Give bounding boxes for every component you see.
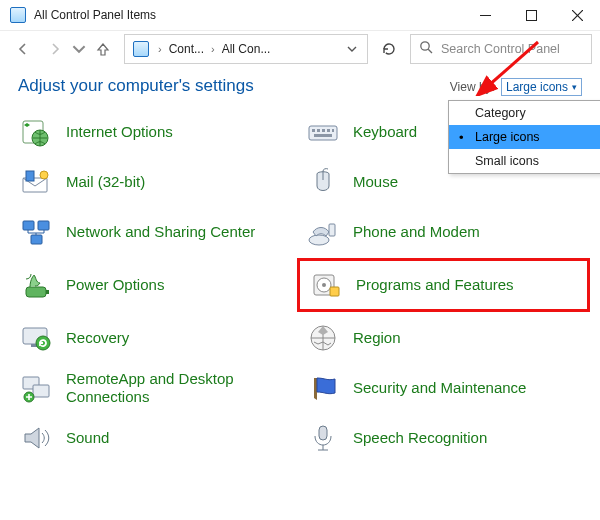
svg-rect-20	[23, 221, 34, 230]
title-bar: All Control Panel Items	[0, 0, 600, 30]
item-label: Security and Maintenance	[353, 379, 526, 397]
phone-modem-icon	[305, 214, 341, 250]
recent-locations-button[interactable]	[72, 35, 86, 63]
internet-options-icon	[18, 114, 54, 150]
svg-rect-24	[329, 224, 335, 236]
cpl-remoteapp[interactable]: RemoteApp and Desktop Connections	[18, 370, 295, 406]
page-title: Adjust your computer's settings	[18, 76, 254, 96]
svg-rect-15	[314, 134, 332, 137]
cpl-internet-options[interactable]: Internet Options	[18, 114, 295, 150]
search-placeholder: Search Control Panel	[441, 42, 560, 56]
svg-point-29	[322, 283, 326, 287]
item-label: Programs and Features	[356, 276, 514, 294]
svg-rect-26	[46, 290, 49, 294]
window-title: All Control Panel Items	[34, 8, 462, 22]
programs-features-icon	[308, 267, 344, 303]
item-label: Internet Options	[66, 123, 173, 141]
recovery-icon	[18, 320, 54, 356]
network-sharing-icon	[18, 214, 54, 250]
item-label: Phone and Modem	[353, 223, 480, 241]
item-label: Mail (32-bit)	[66, 173, 145, 191]
chevron-down-icon: ▾	[572, 82, 577, 92]
cpl-network-sharing[interactable]: Network and Sharing Center	[18, 214, 295, 250]
view-by-selector[interactable]: Large icons ▾	[501, 78, 582, 96]
svg-rect-10	[312, 129, 315, 132]
svg-point-4	[421, 42, 429, 50]
view-by-label: View by:	[450, 80, 495, 94]
dropdown-option-small-icons[interactable]: Small icons	[449, 149, 600, 173]
dropdown-option-category[interactable]: Category	[449, 101, 600, 125]
minimize-button[interactable]	[462, 0, 508, 30]
view-by-control: View by: Large icons ▾	[450, 78, 582, 96]
power-options-icon	[18, 267, 54, 303]
address-bar[interactable]: › Cont... › All Con...	[124, 34, 368, 64]
svg-point-18	[40, 171, 48, 179]
svg-line-5	[428, 49, 432, 53]
cpl-region[interactable]: Region	[305, 320, 582, 356]
item-label: Mouse	[353, 173, 398, 191]
remoteapp-icon	[18, 370, 54, 406]
svg-rect-22	[31, 235, 42, 244]
cpl-recovery[interactable]: Recovery	[18, 320, 295, 356]
refresh-button[interactable]	[374, 34, 404, 64]
chevron-right-icon: ›	[153, 43, 167, 55]
cpl-phone-modem[interactable]: Phone and Modem	[305, 214, 582, 250]
address-dropdown-button[interactable]	[341, 44, 363, 54]
breadcrumb-control-panel[interactable]: Cont...	[167, 42, 206, 56]
cpl-mail[interactable]: Mail (32-bit)	[18, 164, 295, 200]
window-icon	[10, 7, 26, 23]
item-label: Keyboard	[353, 123, 417, 141]
forward-button[interactable]	[40, 35, 70, 63]
speech-recognition-icon	[305, 420, 341, 456]
region-icon	[305, 320, 341, 356]
maximize-button[interactable]	[508, 0, 554, 30]
svg-rect-17	[26, 171, 34, 181]
mail-icon	[18, 164, 54, 200]
svg-rect-13	[327, 129, 330, 132]
item-label: RemoteApp and Desktop Connections	[66, 370, 295, 406]
cpl-programs-features[interactable]: Programs and Features	[297, 258, 590, 312]
control-panel-icon	[133, 41, 149, 57]
content-pane: Adjust your computer's settings View by:…	[0, 66, 600, 456]
navigation-bar: › Cont... › All Con... Search Control Pa…	[0, 30, 600, 66]
svg-rect-38	[319, 426, 327, 440]
item-label: Power Options	[66, 276, 164, 294]
search-box[interactable]: Search Control Panel	[410, 34, 592, 64]
svg-rect-21	[38, 221, 49, 230]
close-button[interactable]	[554, 0, 600, 30]
dropdown-option-large-icons[interactable]: Large icons	[449, 125, 600, 149]
window-controls	[462, 0, 600, 30]
svg-rect-1	[526, 10, 536, 20]
mouse-icon	[305, 164, 341, 200]
item-label: Region	[353, 329, 401, 347]
item-label: Sound	[66, 429, 109, 447]
view-by-value: Large icons	[506, 80, 568, 94]
svg-rect-11	[317, 129, 320, 132]
chevron-right-icon: ›	[206, 43, 220, 55]
svg-rect-25	[26, 287, 46, 297]
item-label: Network and Sharing Center	[66, 223, 255, 241]
svg-rect-14	[332, 129, 334, 132]
svg-rect-9	[309, 126, 337, 140]
svg-rect-12	[322, 129, 325, 132]
security-maintenance-icon	[305, 370, 341, 406]
cpl-power-options[interactable]: Power Options	[18, 264, 295, 306]
cpl-speech-recognition[interactable]: Speech Recognition	[305, 420, 582, 456]
sound-icon	[18, 420, 54, 456]
svg-rect-36	[33, 385, 49, 397]
search-icon	[419, 40, 433, 57]
svg-rect-30	[330, 287, 339, 296]
back-button[interactable]	[8, 35, 38, 63]
cpl-security-maintenance[interactable]: Security and Maintenance	[305, 370, 582, 406]
up-button[interactable]	[88, 35, 118, 63]
item-label: Speech Recognition	[353, 429, 487, 447]
item-label: Recovery	[66, 329, 129, 347]
cpl-sound[interactable]: Sound	[18, 420, 295, 456]
view-by-dropdown: Category Large icons Small icons	[448, 100, 600, 174]
breadcrumb-all-items[interactable]: All Con...	[220, 42, 273, 56]
keyboard-icon	[305, 114, 341, 150]
